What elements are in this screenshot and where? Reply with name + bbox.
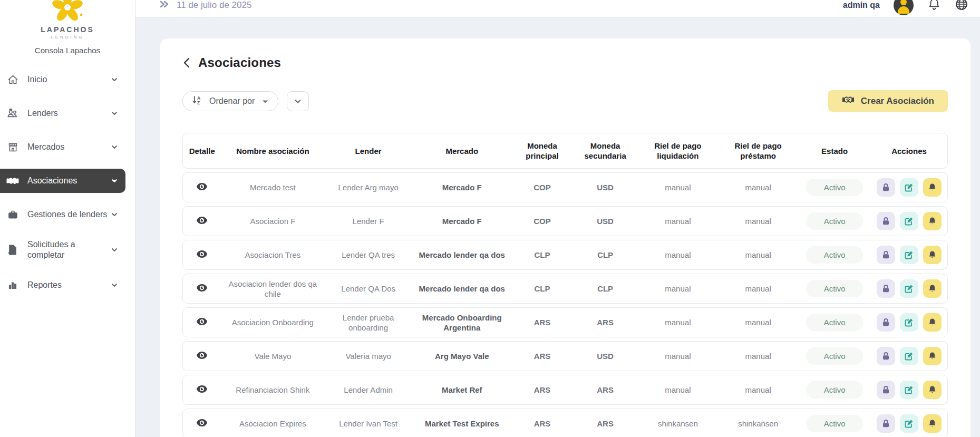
briefcase-icon — [6, 208, 19, 221]
notify-button[interactable] — [923, 212, 942, 230]
flower-logo-icon — [38, 0, 96, 24]
sidebar-item-inicio[interactable]: Inicio — [0, 67, 125, 92]
cell-lender: Valeria mayo — [324, 351, 412, 361]
lock-button[interactable] — [877, 178, 895, 197]
view-detail-button[interactable] — [196, 351, 208, 360]
status-badge: Activo — [806, 280, 863, 297]
bell-icon[interactable] — [927, 0, 941, 13]
edit-icon — [905, 217, 914, 226]
cell-riel-liquidacion: manual — [638, 250, 718, 260]
brand-subtitle: LENDING — [0, 35, 135, 40]
sidebar-item-gestiones-de-lenders[interactable]: Gestiones de lenders — [0, 202, 125, 227]
edit-button[interactable] — [900, 279, 918, 298]
sidebar-item-reportes[interactable]: Reportes — [0, 273, 125, 297]
status-badge: Activo — [806, 415, 863, 432]
notify-button[interactable] — [923, 414, 942, 433]
view-detail-button[interactable] — [196, 419, 208, 427]
cell-lender: Lender Admin — [324, 385, 412, 395]
edit-button[interactable] — [900, 381, 918, 399]
create-association-button[interactable]: Crear Asociación — [828, 90, 948, 112]
toolbar: A Z Ordenar por — [182, 90, 948, 112]
globe-icon[interactable] — [955, 0, 968, 13]
edit-button[interactable] — [900, 212, 918, 230]
handshake-icon — [6, 174, 19, 187]
chevron-down-icon — [111, 246, 118, 254]
back-chevron-icon[interactable] — [182, 57, 191, 69]
cell-lender: Lender QA Dos — [324, 284, 412, 294]
lock-icon — [881, 284, 890, 293]
sidebar-item-label: Asociaciones — [27, 176, 108, 186]
cell-riel-liquidacion: manual — [638, 317, 718, 327]
cell-lender: Lender Arg mayo — [324, 182, 412, 192]
page-title: Asociaciones — [198, 55, 281, 70]
bell-icon — [928, 284, 937, 293]
column-header: Estado — [798, 146, 871, 156]
notify-button[interactable] — [923, 279, 942, 298]
cell-moneda-principal: COP — [512, 216, 573, 226]
cell-moneda-secundaria: CLP — [573, 284, 638, 294]
sidebar-item-solicitudes-a-completar[interactable]: Solicitudes a completar — [0, 236, 125, 264]
cell-mercado: Market Test Expires — [412, 419, 512, 429]
notify-button[interactable] — [923, 347, 942, 365]
cell-lender: Lender F — [324, 216, 412, 226]
view-detail-button[interactable] — [196, 250, 208, 258]
edit-button[interactable] — [900, 246, 918, 264]
handshake-icon — [842, 95, 855, 107]
table-row: Refinanciacion Shink Lender Admin Market… — [182, 375, 948, 405]
notify-button[interactable] — [923, 381, 942, 399]
cell-riel-prestamo: manual — [718, 351, 798, 361]
cell-nombre-asociacion: Asociacion Expires — [221, 419, 325, 429]
cell-moneda-secundaria: CLP — [573, 250, 638, 260]
cell-nombre-asociacion: Asociacion F — [221, 216, 325, 226]
edit-button[interactable] — [900, 313, 918, 332]
cell-riel-prestamo: manual — [718, 385, 798, 395]
lock-button[interactable] — [877, 347, 895, 365]
edit-icon — [905, 385, 914, 394]
notify-button[interactable] — [923, 178, 942, 197]
sidebar-item-asociaciones[interactable]: Asociaciones — [0, 169, 125, 193]
notify-button[interactable] — [923, 246, 942, 264]
cell-riel-prestamo: manual — [718, 216, 798, 226]
cell-riel-liquidacion: manual — [638, 284, 718, 294]
sidebar-item-lenders[interactable]: Lenders — [0, 101, 125, 125]
view-detail-button[interactable] — [196, 284, 208, 292]
table-row: Asociacion lender dos qa chile Lender QA… — [182, 274, 948, 304]
sidebar-item-label: Reportes — [27, 280, 108, 290]
view-detail-button[interactable] — [196, 317, 208, 326]
lock-button[interactable] — [877, 246, 895, 264]
column-header: Riel de pago liquidación — [638, 141, 718, 161]
sort-icon: A Z — [191, 95, 202, 108]
lock-button[interactable] — [877, 212, 895, 230]
view-detail-button[interactable] — [196, 385, 208, 393]
edit-icon — [905, 419, 914, 428]
view-detail-button[interactable] — [196, 182, 208, 191]
eye-icon — [196, 317, 208, 326]
table-body: Mercado test Lender Arg mayo Mercado F C… — [182, 172, 948, 437]
edit-icon — [905, 318, 914, 327]
lock-button[interactable] — [877, 381, 895, 399]
sidebar-item-mercados[interactable]: Mercados — [0, 135, 125, 159]
view-detail-button[interactable] — [196, 216, 208, 225]
cell-moneda-secundaria: ARS — [573, 419, 638, 429]
column-header: Acciones — [871, 146, 947, 156]
cell-nombre-asociacion: Asociacion Tres — [221, 250, 325, 260]
cell-moneda-secundaria: USD — [573, 216, 638, 226]
avatar[interactable] — [894, 0, 914, 15]
double-chevron-icon[interactable] — [159, 0, 170, 12]
user-name[interactable]: admin qa — [843, 1, 880, 10]
bell-icon — [928, 183, 937, 192]
table-row: Mercado test Lender Arg mayo Mercado F C… — [182, 172, 948, 202]
edit-button[interactable] — [900, 414, 918, 433]
bell-icon — [928, 419, 937, 428]
lock-button[interactable] — [877, 414, 895, 433]
lock-button[interactable] — [877, 279, 895, 298]
expand-filters-button[interactable] — [287, 91, 309, 111]
cell-mercado: Arg Mayo Vale — [412, 351, 512, 361]
cell-mercado: Mercado Onboarding Argentina — [412, 313, 512, 333]
edit-button[interactable] — [900, 347, 918, 365]
edit-button[interactable] — [900, 178, 918, 197]
content-area: Asociaciones A Z Ordenar por — [135, 17, 980, 437]
notify-button[interactable] — [923, 313, 942, 332]
lock-button[interactable] — [877, 313, 895, 332]
sort-by-button[interactable]: A Z Ordenar por — [182, 91, 278, 111]
